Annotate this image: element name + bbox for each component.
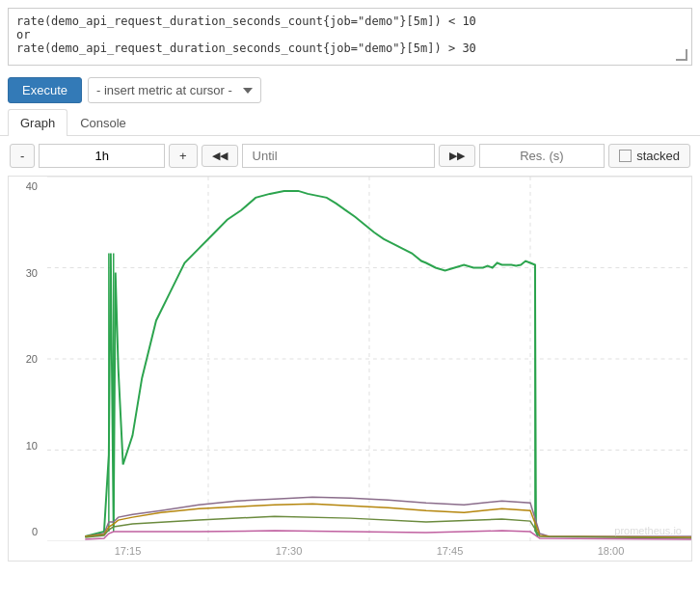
chart-area: [47, 177, 691, 541]
chart-svg: [47, 177, 691, 541]
watermark: prometheus.io: [614, 525, 682, 536]
graph-controls: - + ◀◀ ▶▶ stacked: [0, 136, 700, 176]
main-series-line: [85, 191, 538, 536]
y-label-10: 10: [9, 440, 43, 452]
y-label-40: 40: [9, 180, 43, 192]
series-line-2: [85, 497, 691, 536]
x-label-1745: 17:45: [437, 545, 464, 557]
tab-graph[interactable]: Graph: [8, 109, 67, 136]
x-axis: 17:15 17:30 17:45 18:00: [47, 541, 691, 561]
rewind-button[interactable]: ◀◀: [202, 145, 238, 167]
tab-console[interactable]: Console: [67, 109, 139, 136]
forward-button[interactable]: ▶▶: [439, 145, 475, 167]
stacked-checkbox: [619, 150, 632, 162]
graph-container: 0 10 20 30 40: [8, 176, 692, 562]
y-axis: 0 10 20 30 40: [9, 177, 47, 541]
series-line-5: [85, 531, 691, 539]
until-input[interactable]: [242, 144, 435, 168]
res-input[interactable]: [479, 144, 606, 168]
query-textarea[interactable]: rate(demo_api_request_duration_seconds_c…: [8, 8, 692, 66]
zoom-out-button[interactable]: -: [10, 144, 35, 168]
stacked-label: stacked: [636, 149, 680, 163]
series-line-4: [85, 516, 691, 538]
y-label-20: 20: [9, 353, 43, 365]
toolbar: Execute - insert metric at cursor -: [0, 73, 700, 109]
tabs: Graph Console: [0, 109, 700, 136]
query-line1: rate(demo_api_request_duration_seconds_c…: [16, 14, 684, 28]
query-line2: or: [16, 28, 684, 41]
x-label-1730: 17:30: [276, 545, 303, 557]
x-label-1800: 18:00: [598, 545, 625, 557]
insert-metric-select[interactable]: - insert metric at cursor -: [88, 77, 261, 103]
y-label-0: 0: [9, 526, 43, 537]
query-line3: rate(demo_api_request_duration_seconds_c…: [16, 41, 684, 55]
time-range-input[interactable]: [39, 144, 165, 168]
tab-graph-label: Graph: [20, 116, 55, 130]
tab-console-label: Console: [80, 116, 126, 130]
x-label-1715: 17:15: [115, 545, 142, 557]
execute-button[interactable]: Execute: [8, 77, 82, 103]
zoom-in-button[interactable]: +: [169, 144, 198, 168]
stacked-button[interactable]: stacked: [608, 144, 690, 168]
y-label-30: 30: [9, 267, 43, 279]
